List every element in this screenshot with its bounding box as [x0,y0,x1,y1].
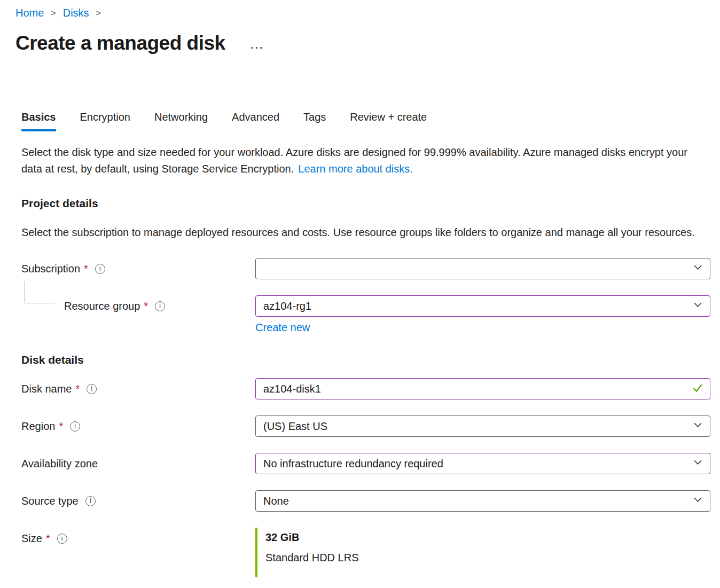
subscription-field [255,258,710,279]
disk-name-label: Disk name [21,383,72,395]
subscription-label-group: Subscription * i [21,258,255,279]
breadcrumb-chevron-icon: > [51,5,56,20]
info-icon[interactable]: i [85,496,96,506]
more-menu-ellipsis-icon[interactable]: ... [251,40,264,51]
source-type-field: None [255,490,710,512]
availability-zone-row: Availability zone No infrastructure redu… [21,453,710,474]
size-sku: Standard HDD LRS [265,551,710,565]
breadcrumb-home-link[interactable]: Home [15,6,44,20]
breadcrumb-chevron-icon: > [96,5,101,20]
source-type-value: None [263,495,289,507]
disk-details-heading: Disk details [21,353,720,366]
project-details-heading: Project details [21,197,720,210]
region-field: (US) East US [255,415,710,437]
required-asterisk: * [84,263,88,275]
subscription-row: Subscription * i [21,258,710,279]
chevron-down-icon [693,457,703,470]
size-row: Size * i 32 GiB Standard HDD LRS [21,528,710,577]
chevron-down-icon [693,262,703,275]
tab-review-create[interactable]: Review + create [350,111,427,131]
info-icon[interactable]: i [57,534,67,544]
info-icon[interactable]: i [70,421,80,432]
disk-name-input[interactable] [255,378,710,399]
wizard-tabs: Basics Encryption Networking Advanced Ta… [21,111,720,131]
info-icon[interactable]: i [155,301,165,311]
size-label: Size [21,532,42,545]
project-details-description: Select the subscription to manage deploy… [21,224,699,241]
required-asterisk: * [46,532,50,545]
disk-name-label-group: Disk name * i [21,378,255,399]
disk-name-row: Disk name * i [21,378,710,399]
project-details-form: Subscription * i Resource group * i [21,258,720,334]
breadcrumb: Home > Disks > [15,5,720,20]
disk-details-form: Disk name * i Region * i (US) East US [21,378,720,577]
size-field: 32 GiB Standard HDD LRS [255,528,710,577]
region-label: Region [21,420,55,433]
source-type-dropdown[interactable]: None [255,490,710,512]
tab-basics[interactable]: Basics [21,111,56,131]
required-asterisk: * [59,420,63,433]
resource-group-field: az104-rg1 Create new [255,295,710,334]
create-managed-disk-page: Home > Disks > Create a managed disk ...… [0,0,720,588]
subscription-dropdown[interactable] [255,258,710,279]
resource-group-value: az104-rg1 [263,300,311,312]
availability-zone-value: No infrastructure redundancy required [263,458,443,470]
resource-group-label: Resource group [64,300,140,312]
required-asterisk: * [75,383,80,395]
required-asterisk: * [144,300,148,312]
source-type-row: Source type i None [21,490,710,512]
tab-tags[interactable]: Tags [303,111,326,131]
create-new-resource-group-link[interactable]: Create new [255,322,310,334]
availability-zone-field: No infrastructure redundancy required [255,453,710,474]
page-title: Create a managed disk [15,32,225,55]
region-value: (US) East US [263,420,327,433]
info-icon[interactable]: i [87,384,97,394]
availability-zone-label-group: Availability zone [21,453,255,474]
tab-encryption[interactable]: Encryption [80,111,131,131]
source-type-label-group: Source type i [21,490,255,512]
chevron-down-icon [693,495,703,507]
tab-advanced[interactable]: Advanced [232,111,279,131]
resource-group-row: Resource group * i az104-rg1 Create new [21,295,710,334]
disk-name-field [255,378,710,399]
availability-zone-dropdown[interactable]: No infrastructure redundancy required [255,453,710,474]
region-label-group: Region * i [21,415,255,437]
info-icon[interactable]: i [95,264,105,274]
chevron-down-icon [693,420,703,433]
region-row: Region * i (US) East US [21,415,710,437]
size-label-group: Size * i [21,528,255,549]
resource-group-dropdown[interactable]: az104-rg1 [255,295,710,317]
chevron-down-icon [693,300,703,312]
subscription-label: Subscription [21,263,80,275]
availability-zone-label: Availability zone [21,458,98,470]
title-row: Create a managed disk ... [15,32,720,55]
learn-more-link[interactable]: Learn more about disks. [298,163,413,175]
resource-group-label-group: Resource group * i [21,295,255,317]
size-summary: 32 GiB Standard HDD LRS [255,528,710,577]
tab-networking[interactable]: Networking [154,111,208,131]
breadcrumb-disks-link[interactable]: Disks [63,6,89,20]
region-dropdown[interactable]: (US) East US [255,415,710,437]
page-header: Home > Disks > Create a managed disk ... [0,0,720,55]
intro-paragraph: Select the disk type and size needed for… [21,144,699,177]
source-type-label: Source type [21,495,79,507]
resource-group-connector-line [25,281,55,303]
size-value: 32 GiB [265,530,710,545]
